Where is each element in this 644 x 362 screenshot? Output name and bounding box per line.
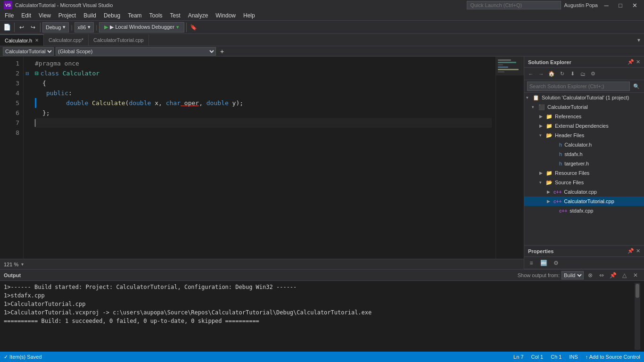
minimize-button[interactable]: ─ bbox=[601, 0, 612, 10]
prop-categorized-button[interactable]: ≡ bbox=[526, 258, 537, 268]
scope-selector[interactable]: CalculatorTutorial bbox=[3, 47, 54, 56]
output-source-select[interactable]: Build bbox=[561, 271, 584, 280]
resource-files-icon: 📁 bbox=[546, 170, 553, 176]
redo-button[interactable]: ↪ bbox=[28, 22, 38, 33]
items-saved-status: ✓ Item(s) Saved bbox=[4, 354, 42, 360]
undo-button[interactable]: ↩ bbox=[17, 22, 27, 33]
add-scope-button[interactable]: + bbox=[218, 47, 226, 56]
vs-logo: VS bbox=[4, 1, 12, 9]
tree-item-solution[interactable]: ▾ 📋 Solution 'CalculatorTutorial' (1 pro… bbox=[524, 93, 644, 102]
menu-window[interactable]: Window bbox=[212, 11, 239, 20]
close-button[interactable]: ✕ bbox=[629, 0, 640, 10]
tree-stdafx-cpp-label: stdafx.cpp bbox=[570, 208, 593, 214]
tree-item-resource-files[interactable]: ▶ 📁 Resource Files bbox=[524, 168, 644, 178]
tree-resource-files-label: Resource Files bbox=[555, 170, 589, 176]
editor-panel: 1 2 3 4 5 6 7 8 ⊟ bbox=[0, 57, 524, 269]
se-settings-button[interactable]: ⚙ bbox=[588, 69, 598, 79]
source-control-status[interactable]: ↑ Add to Source Control bbox=[586, 354, 640, 360]
menu-test[interactable]: Test bbox=[166, 11, 184, 20]
zoom-bar: 121 % ▾ bbox=[0, 259, 524, 269]
tab-calculator-h-close[interactable]: ✕ bbox=[35, 38, 39, 43]
global-scope-selector[interactable]: (Global Scope) bbox=[56, 47, 216, 56]
minimap bbox=[495, 57, 524, 259]
se-forward-button[interactable]: → bbox=[537, 69, 546, 79]
tree-solution-label: Solution 'CalculatorTutorial' (1 project… bbox=[542, 95, 629, 100]
tree-item-external[interactable]: ▶ 📁 External Dependencies bbox=[524, 121, 644, 131]
tree-item-targetver-h[interactable]: h targetver.h bbox=[524, 159, 644, 168]
se-collapse-all-button[interactable]: 🗂 bbox=[578, 69, 587, 79]
se-toolbar: ← → 🏠 ↻ ⬇ 🗂 ⚙ bbox=[524, 68, 644, 80]
output-clear-button[interactable]: ⊗ bbox=[586, 272, 595, 279]
menu-file[interactable]: File bbox=[1, 11, 17, 20]
se-filter-button[interactable]: ⬇ bbox=[568, 69, 577, 79]
menu-view[interactable]: View bbox=[35, 11, 55, 20]
debug-config-dropdown[interactable]: Debug ▾ bbox=[42, 22, 69, 33]
menu-build[interactable]: Build bbox=[80, 11, 100, 20]
output-wrap-button[interactable]: ⇔ bbox=[597, 272, 606, 279]
bookmark-button[interactable]: 🔖 bbox=[189, 22, 199, 33]
menu-team[interactable]: Team bbox=[124, 11, 145, 20]
calculator-h-icon: h bbox=[559, 142, 562, 148]
prop-settings-button[interactable]: ⚙ bbox=[551, 258, 561, 268]
tree-item-calculator-h[interactable]: h Calculator.h bbox=[524, 140, 644, 149]
code-editor[interactable]: #pragma once ⊟class Calculator { public:… bbox=[31, 57, 495, 259]
tree-item-calculatortutorial-cpp[interactable]: ▶ c++ CalculatorTutorial.cpp bbox=[524, 197, 644, 206]
header-files-expand-icon: ▾ bbox=[539, 133, 545, 138]
menu-analyze[interactable]: Analyze bbox=[184, 11, 212, 20]
menu-project[interactable]: Project bbox=[55, 11, 80, 20]
tree-item-stdafx-h[interactable]: h stdafx.h bbox=[524, 149, 644, 159]
output-pin-button[interactable]: 📌 bbox=[608, 272, 618, 279]
se-home-button[interactable]: 🏠 bbox=[547, 69, 556, 79]
tab-calculatortutorial-cpp[interactable]: CalculatorTutorial.cpp bbox=[89, 34, 149, 46]
ch-status: Ch 1 bbox=[551, 354, 561, 360]
tree-item-project[interactable]: ▾ ⬛ CalculatorTutorial bbox=[524, 102, 644, 112]
se-close-button[interactable]: ✕ bbox=[636, 59, 640, 65]
output-maximize-button[interactable]: △ bbox=[619, 272, 629, 279]
line-num-3: 3 bbox=[0, 78, 23, 88]
tab-list-button[interactable]: ▾ bbox=[634, 34, 644, 46]
properties-pin-button[interactable]: 📌 bbox=[627, 248, 634, 254]
status-bar: ✓ Item(s) Saved Ln 7 Col 1 Ch 1 INS ↑ Ad… bbox=[0, 352, 644, 362]
tab-calculatortutorial-cpp-label: CalculatorTutorial.cpp bbox=[93, 37, 144, 43]
menu-edit[interactable]: Edit bbox=[17, 11, 35, 20]
tree-item-stdafx-cpp[interactable]: c++ stdafx.cpp bbox=[524, 206, 644, 215]
tree-source-files-label: Source Files bbox=[555, 180, 584, 185]
menu-debug[interactable]: Debug bbox=[100, 11, 124, 20]
calculatortutorial-cpp-icon: c++ bbox=[553, 199, 561, 204]
tree-item-references[interactable]: ▶ 📁 References bbox=[524, 112, 644, 121]
collapse-class[interactable]: ⊟ bbox=[24, 68, 31, 78]
output-title: Output bbox=[4, 272, 21, 278]
prop-alphabetical-button[interactable]: 🔤 bbox=[538, 258, 549, 268]
maximize-button[interactable]: □ bbox=[615, 0, 626, 10]
tab-calculator-cpp[interactable]: Calculator.cpp* bbox=[44, 34, 89, 46]
tab-calculator-h[interactable]: Calculator.h ✕ bbox=[0, 34, 44, 46]
tree-targetver-h-label: targetver.h bbox=[564, 161, 589, 166]
line-num-5: 5 bbox=[0, 98, 23, 108]
code-line-3: { bbox=[35, 78, 492, 88]
tree-item-header-files[interactable]: ▾ 📂 Header Files bbox=[524, 131, 644, 140]
header-files-icon: 📂 bbox=[546, 132, 553, 139]
properties-close-button[interactable]: ✕ bbox=[636, 248, 640, 254]
source-files-icon: 📂 bbox=[546, 180, 553, 186]
ln-status: Ln 7 bbox=[513, 354, 523, 360]
se-pin-button[interactable]: 📌 bbox=[627, 59, 634, 65]
se-search-button[interactable]: 🔍 bbox=[632, 82, 641, 91]
output-header: Output Show output from: Build ⊗ ⇔ 📌 △ ✕ bbox=[0, 270, 644, 281]
output-line-4: 1>CalculatorTutorial.vcxproj -> c:\users… bbox=[4, 308, 635, 317]
tab-bar: Calculator.h ✕ Calculator.cpp* Calculato… bbox=[0, 34, 644, 46]
new-file-button[interactable]: 📄 bbox=[2, 22, 12, 33]
se-search-input[interactable] bbox=[527, 82, 630, 91]
menu-tools[interactable]: Tools bbox=[146, 11, 166, 20]
solution-file-icon: 📋 bbox=[533, 95, 539, 101]
platform-dropdown[interactable]: x86 ▾ bbox=[74, 22, 94, 33]
quick-launch-input[interactable] bbox=[467, 1, 561, 9]
menu-help[interactable]: Help bbox=[239, 11, 259, 20]
se-back-button[interactable]: ← bbox=[526, 69, 536, 79]
tree-item-source-files[interactable]: ▾ 📂 Source Files bbox=[524, 178, 644, 187]
output-close-button[interactable]: ✕ bbox=[631, 272, 640, 279]
tree-item-calculator-cpp[interactable]: ▶ c++ Calculator.cpp bbox=[524, 187, 644, 197]
status-right: Ln 7 Col 1 Ch 1 INS ↑ Add to Source Cont… bbox=[513, 354, 640, 360]
se-refresh-button[interactable]: ↻ bbox=[557, 69, 567, 79]
zoom-button[interactable]: ▾ bbox=[21, 262, 24, 267]
run-button[interactable]: ▶ ▶ Local Windows Debugger ▾ bbox=[99, 22, 184, 33]
